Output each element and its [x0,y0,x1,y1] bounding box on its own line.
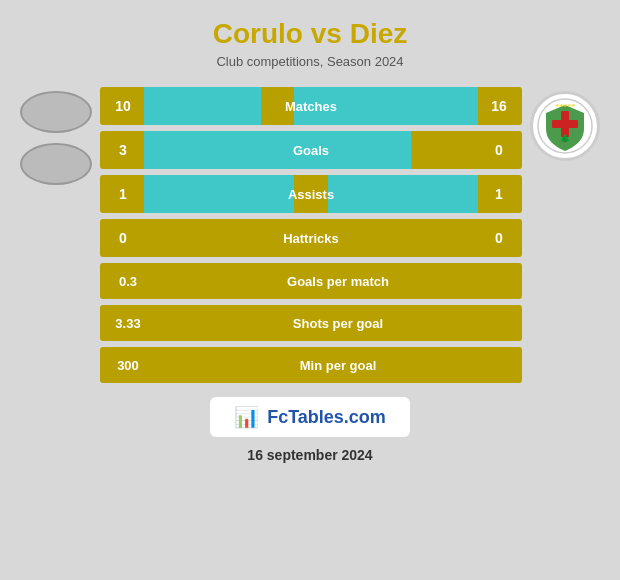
stat-row-shots-per-goal: 3.33 Shots per goal [100,305,522,341]
goals-per-match-val: 0.3 [100,274,154,289]
fctables-banner: 📊 FcTables.com [210,397,410,437]
svg-text:★★★★★: ★★★★★ [555,102,576,108]
match-title: Corulo vs Diez [213,18,407,50]
matches-label: Matches [285,99,337,114]
shots-per-goal-label: Shots per goal [154,316,522,331]
min-per-goal-label: Min per goal [154,358,522,373]
stat-row-hattricks: 0 Hattricks 0 [100,219,522,257]
stat-row-goals: 3 Goals 0 [100,131,522,169]
svg-rect-2 [552,120,578,128]
svg-text:🌲: 🌲 [560,133,570,143]
hattricks-label: Hattricks [283,231,339,246]
assists-left-val: 1 [100,186,144,202]
assists-bar-left [144,175,294,213]
assists-label: Assists [288,187,334,202]
matches-left-val: 10 [100,98,144,114]
goals-label: Goals [293,143,329,158]
hattricks-left-val: 0 [100,230,144,246]
goals-per-match-label: Goals per match [154,274,522,289]
stat-row-goals-per-match: 0.3 Goals per match [100,263,522,299]
stat-row-matches: 10 Matches 16 [100,87,522,125]
stat-row-min-per-goal: 300 Min per goal [100,347,522,383]
hattricks-bar: Hattricks [144,219,478,257]
fctables-icon: 📊 [234,405,259,429]
shots-per-goal-val: 3.33 [100,316,154,331]
min-per-goal-val: 300 [100,358,154,373]
matches-right-val: 16 [478,98,522,114]
goals-left-val: 3 [100,142,144,158]
club-badge-svg: ★★★★★ 🌲 [536,97,594,155]
assists-bar-right [328,175,478,213]
fctables-text: FcTables.com [267,407,386,428]
team-left-logo-2 [20,143,92,185]
stat-row-assists: 1 Assists 1 [100,175,522,213]
stats-area: 10 Matches 16 3 Goals 0 [100,87,522,383]
goals-bar: Goals [144,131,478,169]
match-subtitle: Club competitions, Season 2024 [216,54,403,69]
main-area: 10 Matches 16 3 Goals 0 [20,87,600,383]
goals-bar-left [144,131,411,169]
assists-bar: Assists [144,175,478,213]
page-container: Corulo vs Diez Club competitions, Season… [0,0,620,580]
club-badge: ★★★★★ 🌲 [530,91,600,161]
left-logos [20,87,92,185]
matches-bar: Matches [144,87,478,125]
footer-date: 16 september 2024 [247,447,372,463]
goals-right-val: 0 [478,142,522,158]
right-logo-area: ★★★★★ 🌲 [530,87,600,161]
assists-right-val: 1 [478,186,522,202]
hattricks-right-val: 0 [478,230,522,246]
matches-bar-left [144,87,261,125]
team-left-logo-1 [20,91,92,133]
